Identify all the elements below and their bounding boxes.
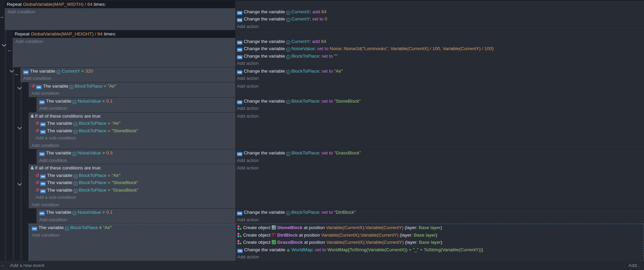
token: times:	[92, 2, 106, 7]
add-condition-button[interactable]: Add condition	[36, 105, 235, 112]
add-action-button[interactable]: Add action	[235, 82, 644, 90]
token: The variable	[47, 121, 74, 126]
fold-dash-icon[interactable]	[15, 74, 18, 75]
token: Change the variable	[244, 69, 286, 74]
token: The variable	[46, 99, 73, 104]
conditions-group-header[interactable]: &If all of these conditions are true:	[29, 112, 235, 120]
token: BlockToPlace	[291, 54, 319, 59]
sub-condition-line[interactable]: ↺varThe variable xBlockToPlace = "StoneB…	[29, 127, 235, 135]
conditions-group-header[interactable]: &If all of these conditions are true:	[29, 164, 235, 172]
action-line[interactable]: varChange the variable xBlockToPlace: se…	[235, 149, 644, 157]
token: Variable(CurrentX);Variable(CurrentY)	[326, 240, 404, 245]
add-condition-button[interactable]: Add condition	[36, 216, 235, 224]
variable-icon: var	[40, 122, 46, 126]
token: >	[101, 210, 106, 215]
action-panel: varChange the variable xBlockToPlace: se…	[235, 68, 644, 82]
action-line[interactable]: Create object DirtBlock at position Vari…	[236, 231, 644, 239]
add-condition-button[interactable]: Add condition	[29, 231, 236, 239]
token: BlockToPlace	[75, 84, 102, 89]
token: NoiseValue	[78, 99, 101, 104]
condition-line[interactable]: varThe variable xBlockToPlace ≠ "Air"	[29, 224, 236, 231]
add-condition-button[interactable]: Add condition	[13, 38, 235, 45]
variable-icon: var	[237, 211, 242, 215]
action-line[interactable]: varChange the variable ⊕WorldMap: set to…	[236, 246, 644, 254]
condition-line[interactable]: varThe variable xNoiseValue < 0.1	[36, 97, 235, 105]
variable-icon: var	[237, 70, 242, 74]
condition-line[interactable]: ↺varThe variable xBlockToPlace = "Air"	[29, 82, 235, 90]
add-condition-button[interactable]: Add condition	[29, 90, 235, 97]
action-line[interactable]: Create object StoneBlock at position Var…	[236, 224, 644, 231]
add-condition-button[interactable]: Add condition	[36, 157, 235, 164]
sub-condition-line[interactable]: ↺varThe variable xBlockToPlace = "Air"	[29, 120, 235, 127]
event-sheet: Repeat GlobalVariable(MAP_WIDTH) / 64 ti…	[0, 1, 644, 261]
token: The variable	[39, 225, 65, 230]
add-condition-button[interactable]: Add condition	[20, 75, 235, 82]
add-action-button[interactable]: Add action	[236, 253, 644, 261]
token: =	[106, 188, 111, 193]
add-action-button[interactable]: Add action	[235, 164, 644, 172]
action-panel: varChange the variable xBlockToPlace: se…	[235, 97, 644, 112]
add-sub-condition-button[interactable]: Add a sub-condition	[29, 194, 235, 201]
variable-icon: var	[237, 152, 242, 156]
sub-condition-line[interactable]: ↺varThe variable xBlockToPlace = "StoneB…	[29, 179, 235, 186]
add-action-button[interactable]: Add action	[235, 157, 644, 164]
sub-condition-line[interactable]: ↺varThe variable xBlockToPlace = "GrassB…	[29, 186, 235, 194]
token: The variable	[46, 150, 73, 155]
condition-panel: &If all of these conditions are true:↺va…	[29, 112, 235, 149]
event-sheet-editor: Repeat GlobalVariable(MAP_WIDTH) / 64 ti…	[0, 0, 644, 270]
action-line[interactable]: varChange the variable xCurrentX: add 64	[235, 8, 644, 16]
action-line[interactable]: varChange the variable xBlockToPlace: se…	[235, 209, 644, 216]
sub-condition-line[interactable]: ↺varThe variable xBlockToPlace = "Air"	[29, 172, 235, 179]
add-condition-button[interactable]: Add condition	[29, 142, 235, 149]
and-conditions-icon: &	[31, 164, 34, 172]
add-action-button[interactable]: Add action	[235, 60, 644, 67]
token: GlobalVariable(MAP_HEIGHT) / 64	[31, 31, 103, 36]
token: Change the variable	[244, 9, 286, 14]
condition-line[interactable]: varThe variable xNoiseValue > 0.1	[36, 209, 235, 216]
token: 0.5	[106, 150, 113, 155]
condition-list: varThe variable xBlockToPlace ≠ "Air"Add…	[29, 224, 236, 261]
add-sub-condition-button[interactable]: Add a sub-condition	[29, 134, 235, 142]
repeat-event-header[interactable]: Repeat GlobalVariable(MAP_HEIGHT) / 64 t…	[13, 30, 235, 38]
add-new-event-button[interactable]: Add a new event	[10, 263, 45, 268]
repeat-event-header[interactable]: Repeat GlobalVariable(MAP_WIDTH) / 64 ti…	[5, 1, 235, 8]
scene-variable-icon: x	[286, 70, 290, 74]
action-line[interactable]: varChange the variable xBlockToPlace: se…	[235, 68, 644, 75]
variable-icon: var	[40, 182, 46, 186]
action-line[interactable]: Create object GrassBlock at position Var…	[236, 239, 644, 246]
add-action-button[interactable]: Add action	[235, 23, 644, 30]
token: BlockToPlace	[79, 188, 106, 193]
variable-icon: var	[39, 211, 45, 215]
sprite-thumb-stoneblock	[272, 225, 276, 230]
token: WorldMap[ToString(Variable(CurrentX)) + …	[327, 247, 483, 252]
condition-line[interactable]: varThe variable xNoiseValue > 0.5	[36, 149, 235, 157]
add-condition-button[interactable]: Add condition	[29, 201, 235, 209]
token: "Air"	[111, 173, 120, 178]
add-more-button[interactable]: Add...	[629, 263, 641, 268]
variable-icon: var	[40, 175, 46, 179]
condition-line[interactable]: varThe variable xCurrentY < 320	[20, 68, 235, 75]
action-line[interactable]: varChange the variable xNoiseValue: set …	[235, 45, 644, 52]
token: The variable	[47, 128, 74, 133]
fold-dash-icon[interactable]	[1, 17, 3, 18]
fold-dash-icon[interactable]	[8, 50, 11, 51]
add-action-button[interactable]: Add action	[235, 105, 644, 112]
action-line[interactable]: varChange the variable xBlockToPlace: se…	[235, 97, 644, 105]
condition-list: varThe variable xCurrentY < 320Add condi…	[20, 68, 235, 82]
add-action-button[interactable]: Add action	[235, 216, 644, 224]
token: BlockToPlace	[291, 69, 319, 74]
action-line[interactable]: varChange the variable xBlockToPlace: se…	[235, 52, 644, 60]
token: The variable	[43, 84, 70, 89]
action-line[interactable]: varChange the variable xCurrentY: add 64	[235, 38, 644, 45]
variable-icon: var	[237, 48, 242, 52]
token: The variable	[30, 69, 57, 74]
add-condition-button[interactable]: Add condition	[5, 8, 235, 16]
create-object-icon	[237, 231, 242, 239]
add-action-button[interactable]: Add action	[235, 112, 644, 120]
token: at position	[298, 232, 321, 238]
variable-icon: var	[237, 41, 242, 45]
action-line[interactable]: varChange the variable xCurrentY: set to…	[235, 15, 644, 23]
fold-dash-icon[interactable]: –	[1, 263, 4, 268]
token: BlockToPlace	[291, 150, 319, 155]
add-action-button[interactable]: Add action	[235, 75, 644, 82]
